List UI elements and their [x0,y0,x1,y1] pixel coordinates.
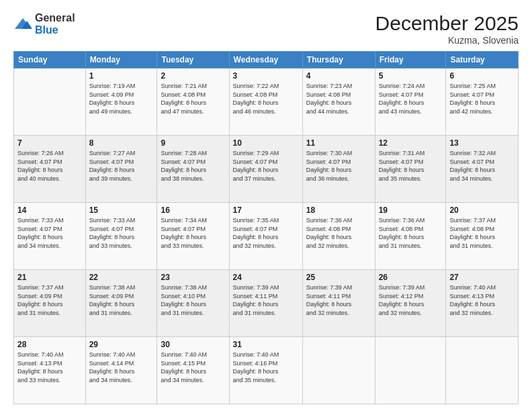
day-number: 12 [379,138,443,148]
table-row [375,337,446,404]
day-info: Sunrise: 7:40 AM Sunset: 4:16 PM Dayligh… [233,351,299,384]
day-number: 9 [161,138,225,148]
location: Kuzma, Slovenia [375,35,519,46]
table-row: 12Sunrise: 7:31 AM Sunset: 4:07 PM Dayli… [375,136,446,203]
table-row: 3Sunrise: 7:22 AM Sunset: 4:08 PM Daylig… [229,68,302,136]
day-info: Sunrise: 7:40 AM Sunset: 4:13 PM Dayligh… [449,283,515,317]
table-row: 2Sunrise: 7:21 AM Sunset: 4:08 PM Daylig… [157,68,229,136]
day-info: Sunrise: 7:21 AM Sunset: 4:08 PM Dayligh… [161,82,225,116]
day-number: 22 [89,273,154,282]
day-info: Sunrise: 7:39 AM Sunset: 4:11 PM Dayligh… [233,283,299,317]
day-info: Sunrise: 7:36 AM Sunset: 4:08 PM Dayligh… [379,216,443,250]
day-number: 20 [449,205,515,215]
table-row [302,337,375,404]
day-number: 31 [233,340,299,349]
day-info: Sunrise: 7:24 AM Sunset: 4:07 PM Dayligh… [379,82,443,116]
day-info: Sunrise: 7:33 AM Sunset: 4:07 PM Dayligh… [89,216,154,250]
day-number: 2 [161,71,225,81]
col-tuesday: Tuesday [157,52,229,68]
day-number: 29 [89,340,154,349]
table-row: 10Sunrise: 7:29 AM Sunset: 4:07 PM Dayli… [229,136,302,203]
day-info: Sunrise: 7:33 AM Sunset: 4:07 PM Dayligh… [17,216,82,250]
day-info: Sunrise: 7:35 AM Sunset: 4:07 PM Dayligh… [233,216,299,250]
day-info: Sunrise: 7:29 AM Sunset: 4:07 PM Dayligh… [233,149,299,183]
day-number: 25 [306,273,371,282]
table-row: 9Sunrise: 7:28 AM Sunset: 4:07 PM Daylig… [157,136,229,203]
day-number: 16 [161,205,225,215]
day-info: Sunrise: 7:39 AM Sunset: 4:12 PM Dayligh… [379,283,443,317]
logo-icon [13,17,32,32]
table-row: 1Sunrise: 7:19 AM Sunset: 4:09 PM Daylig… [85,68,157,136]
day-number: 8 [89,138,154,148]
table-row: 22Sunrise: 7:38 AM Sunset: 4:09 PM Dayli… [85,270,157,337]
logo: General Blue [13,12,75,36]
day-info: Sunrise: 7:34 AM Sunset: 4:07 PM Dayligh… [161,216,225,250]
day-info: Sunrise: 7:23 AM Sunset: 4:08 PM Dayligh… [306,82,371,116]
day-info: Sunrise: 7:31 AM Sunset: 4:07 PM Dayligh… [379,149,443,183]
logo-general: General [35,12,75,24]
table-row: 19Sunrise: 7:36 AM Sunset: 4:08 PM Dayli… [375,203,446,270]
table-row: 24Sunrise: 7:39 AM Sunset: 4:11 PM Dayli… [229,270,302,337]
header: General Blue December 2025 Kuzma, Sloven… [13,12,519,46]
col-monday: Monday [85,52,157,68]
day-number: 26 [379,273,443,282]
table-row: 11Sunrise: 7:30 AM Sunset: 4:07 PM Dayli… [302,136,375,203]
table-row: 29Sunrise: 7:40 AM Sunset: 4:14 PM Dayli… [85,337,157,404]
calendar-table: Sunday Monday Tuesday Wednesday Thursday… [13,51,519,404]
day-number: 14 [17,205,82,215]
table-row: 16Sunrise: 7:34 AM Sunset: 4:07 PM Dayli… [157,203,229,270]
day-number: 19 [379,205,443,215]
calendar-header-row: Sunday Monday Tuesday Wednesday Thursday… [14,52,519,68]
day-info: Sunrise: 7:25 AM Sunset: 4:07 PM Dayligh… [449,82,515,116]
day-info: Sunrise: 7:28 AM Sunset: 4:07 PM Dayligh… [161,149,225,183]
day-number: 23 [161,273,225,282]
table-row: 17Sunrise: 7:35 AM Sunset: 4:07 PM Dayli… [229,203,302,270]
col-wednesday: Wednesday [229,52,302,68]
table-row: 27Sunrise: 7:40 AM Sunset: 4:13 PM Dayli… [446,270,519,337]
table-row: 18Sunrise: 7:36 AM Sunset: 4:08 PM Dayli… [302,203,375,270]
day-number: 24 [233,273,299,282]
table-row: 14Sunrise: 7:33 AM Sunset: 4:07 PM Dayli… [14,203,86,270]
table-row: 5Sunrise: 7:24 AM Sunset: 4:07 PM Daylig… [375,68,446,136]
page: General Blue December 2025 Kuzma, Sloven… [0,0,532,411]
day-number: 10 [233,138,299,148]
day-number: 17 [233,205,299,215]
logo-text: General Blue [35,12,75,36]
month-title: December 2025 [375,12,519,35]
day-number: 11 [306,138,371,148]
day-info: Sunrise: 7:39 AM Sunset: 4:11 PM Dayligh… [306,283,371,317]
day-number: 5 [379,71,443,81]
table-row: 21Sunrise: 7:37 AM Sunset: 4:09 PM Dayli… [14,270,86,337]
day-info: Sunrise: 7:38 AM Sunset: 4:10 PM Dayligh… [161,283,225,317]
table-row: 13Sunrise: 7:32 AM Sunset: 4:07 PM Dayli… [446,136,519,203]
day-info: Sunrise: 7:32 AM Sunset: 4:07 PM Dayligh… [449,149,515,183]
day-number: 1 [89,71,154,81]
day-number: 30 [161,340,225,349]
day-info: Sunrise: 7:36 AM Sunset: 4:08 PM Dayligh… [306,216,371,250]
day-number: 6 [449,71,515,81]
table-row: 6Sunrise: 7:25 AM Sunset: 4:07 PM Daylig… [446,68,519,136]
day-info: Sunrise: 7:22 AM Sunset: 4:08 PM Dayligh… [233,82,299,116]
calendar-week-row: 7Sunrise: 7:26 AM Sunset: 4:07 PM Daylig… [14,136,519,203]
day-number: 4 [306,71,371,81]
day-info: Sunrise: 7:38 AM Sunset: 4:09 PM Dayligh… [89,283,154,317]
table-row [446,337,519,404]
day-info: Sunrise: 7:27 AM Sunset: 4:07 PM Dayligh… [89,149,154,183]
table-row: 28Sunrise: 7:40 AM Sunset: 4:13 PM Dayli… [14,337,86,404]
table-row: 7Sunrise: 7:26 AM Sunset: 4:07 PM Daylig… [14,136,86,203]
day-number: 15 [89,205,154,215]
table-row: 8Sunrise: 7:27 AM Sunset: 4:07 PM Daylig… [85,136,157,203]
col-sunday: Sunday [14,52,86,68]
calendar-week-row: 14Sunrise: 7:33 AM Sunset: 4:07 PM Dayli… [14,203,519,270]
calendar-week-row: 1Sunrise: 7:19 AM Sunset: 4:09 PM Daylig… [14,68,519,136]
day-number: 21 [17,273,82,282]
table-row: 4Sunrise: 7:23 AM Sunset: 4:08 PM Daylig… [302,68,375,136]
logo-blue: Blue [35,24,58,36]
day-number: 27 [449,273,515,282]
calendar-week-row: 21Sunrise: 7:37 AM Sunset: 4:09 PM Dayli… [14,270,519,337]
day-number: 7 [17,138,82,148]
table-row: 20Sunrise: 7:37 AM Sunset: 4:08 PM Dayli… [446,203,519,270]
day-info: Sunrise: 7:40 AM Sunset: 4:14 PM Dayligh… [89,351,154,384]
day-info: Sunrise: 7:37 AM Sunset: 4:08 PM Dayligh… [449,216,515,250]
table-row [14,68,86,136]
